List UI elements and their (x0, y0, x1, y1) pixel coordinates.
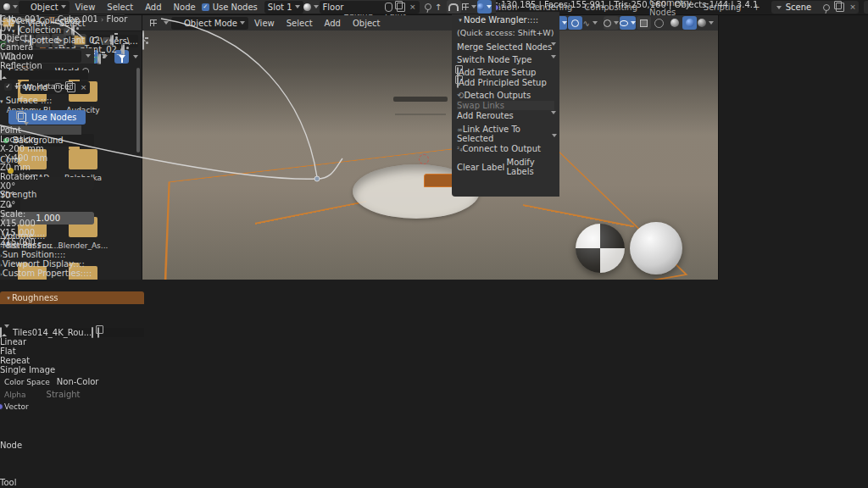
image-datablock-field[interactable]: Tiles014_4K_Rou... (0, 328, 144, 337)
node-node-menu[interactable]: Node (168, 3, 202, 12)
unlink-icon[interactable]: × (409, 3, 416, 11)
node-select-menu[interactable]: Select (101, 3, 139, 12)
detach-outputs-button[interactable]: ⟲Detach Outputs (457, 91, 554, 100)
link-active-to-selected-button[interactable]: ∞Link Active To Selected (457, 125, 554, 143)
color-space-label: Color Space (4, 378, 50, 386)
shading-material-icon[interactable] (682, 16, 697, 30)
image-icon (0, 327, 2, 338)
snap-magnet-icon[interactable] (447, 0, 461, 14)
merge-selected-nodes-button[interactable]: Merge Selected Nodes (457, 42, 554, 52)
shading-wireframe-icon[interactable] (652, 16, 666, 30)
xray-icon[interactable] (637, 16, 651, 30)
overlays-icon[interactable] (620, 16, 636, 30)
shading-rendered-icon[interactable] (698, 16, 714, 30)
connect-to-output-button[interactable]: ²₄Connect to Output (457, 144, 554, 153)
use-nodes-checkbox[interactable] (202, 3, 209, 11)
tab-node[interactable]: Node (0, 441, 496, 478)
scene-name: Scene (786, 3, 812, 12)
add-reroutes-button[interactable]: Add Reroutes (457, 111, 554, 120)
slot-selector[interactable]: Slot 1 (264, 1, 303, 14)
snap-mode-icon[interactable] (462, 0, 476, 14)
scale-label: Scale: (0, 209, 81, 219)
overlays-icon[interactable] (477, 0, 492, 14)
copy-icon[interactable] (97, 327, 99, 338)
scale-x-field[interactable]: X15.000 (0, 219, 81, 228)
pin-icon[interactable] (425, 3, 431, 10)
viewlayer-selector[interactable]: ViewLayer × (864, 1, 868, 14)
shader-editor[interactable]: Object View Select Add Node Use Nodes Sl… (0, 0, 496, 488)
projection-dropdown[interactable]: Flat (0, 347, 144, 356)
fake-user-icon[interactable] (92, 327, 93, 338)
close-icon[interactable]: × (849, 3, 856, 11)
sidebar-tabs: Node Tool View Options Node Wrangler (0, 441, 496, 488)
add-texture-setup-button[interactable]: Add Texture Setup (457, 68, 554, 77)
chevron-down-icon (295, 5, 300, 8)
roughness-image-texture-node[interactable]: ▾ Roughness Tiles014_4K_Rou... Linear Fl… (0, 291, 144, 441)
copy-icon[interactable] (397, 3, 405, 12)
alpha-label: Alpha (4, 391, 26, 399)
scale-y-field[interactable]: Y15.000 (0, 228, 81, 237)
collapse-icon[interactable]: ▾ (5, 295, 12, 302)
add-principled-setup-button[interactable]: Add Principled Setup (457, 78, 554, 87)
preview-sphere-checker (576, 224, 625, 273)
slot-label: Slot 1 (268, 3, 292, 12)
rotation-z-field[interactable]: Z0° (0, 200, 81, 209)
material-name: Floor (323, 3, 385, 12)
color-space-dropdown[interactable]: Non-Color (57, 377, 140, 386)
copy-icon[interactable] (836, 3, 844, 12)
tab-tool[interactable]: Tool (0, 478, 496, 488)
material-name-field[interactable]: Floor × (320, 1, 420, 14)
chevron-down-icon (61, 5, 66, 8)
show-gizmo-icon[interactable] (604, 16, 619, 30)
switch-node-type-button[interactable]: Switch Node Type (457, 55, 554, 64)
image-preview-space (0, 304, 144, 328)
editor-type-icon[interactable] (3, 0, 18, 14)
image-name: Tiles014_4K_Rou... (13, 328, 92, 337)
shader-type-selector[interactable]: Object (19, 1, 70, 14)
modify-labels-button[interactable]: Modify Labels (507, 158, 555, 176)
vector-label: Vector (4, 402, 29, 411)
drag-handle[interactable]: :::: (527, 15, 538, 25)
node-add-menu[interactable]: Add (139, 3, 167, 12)
alpha-dropdown[interactable]: Straight (47, 390, 140, 399)
node-wrangler-panel: ▾ Node Wrangler :::: (Quick access: Shif… (452, 12, 559, 197)
extension-dropdown[interactable]: Repeat (0, 356, 144, 365)
preview-sphere-white (630, 222, 682, 274)
panel-title: Node Wrangler (464, 15, 527, 25)
falloff-icon[interactable]: ∿ (583, 16, 598, 30)
shader-type-label: Object (31, 3, 58, 12)
use-nodes-label: Use Nodes (213, 3, 258, 12)
quick-access-hint: (Quick access: Shift+W) (457, 28, 554, 37)
link-icon: ∞ (457, 126, 463, 134)
node-view-menu[interactable]: View (70, 3, 102, 12)
principled-icon (457, 77, 459, 88)
parent-node-tree-icon[interactable]: ↑ (431, 0, 446, 14)
material-icon (303, 0, 319, 14)
interpolation-dropdown[interactable]: Linear (0, 337, 144, 347)
collapse-icon[interactable]: ▾ (457, 17, 464, 24)
fake-user-icon[interactable] (385, 3, 392, 12)
swap-links-button[interactable]: Swap Links (457, 101, 554, 110)
reroute-node (314, 176, 320, 181)
clear-label-button[interactable]: Clear Label (457, 163, 505, 172)
pin-icon[interactable] (823, 4, 830, 11)
scale-z-field[interactable]: Z15.000 (0, 237, 81, 247)
chevron-down-icon (776, 6, 782, 9)
scene-selector[interactable]: Scene × (771, 1, 859, 14)
blender-window: File Edit Render Window Help Layout Mode… (0, 0, 868, 488)
shading-solid-icon[interactable] (667, 16, 682, 30)
vector-input-socket[interactable] (0, 403, 3, 410)
node-header[interactable]: ▾ Roughness (0, 291, 144, 304)
source-dropdown[interactable]: Single Image (0, 365, 144, 374)
object-icon (22, 4, 27, 9)
node-title: Roughness (12, 293, 58, 302)
